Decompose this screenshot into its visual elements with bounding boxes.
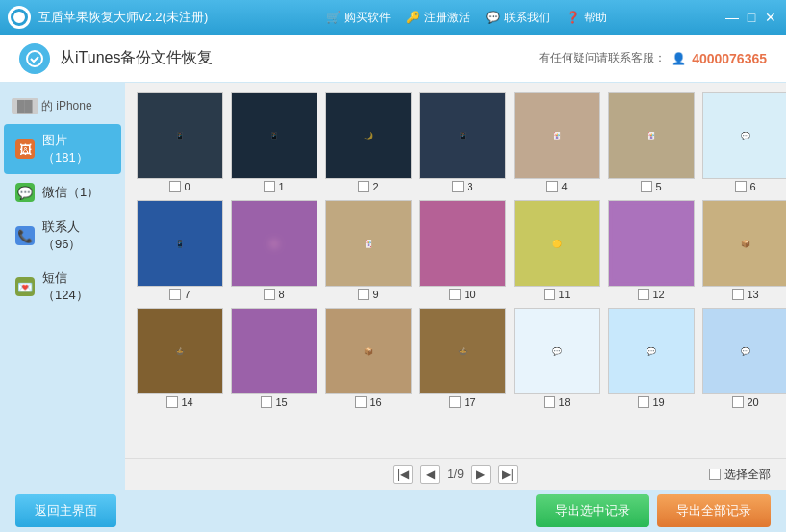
photo-thumb-2[interactable]: 🌙 [325, 92, 412, 179]
photo-thumb-15[interactable] [231, 308, 317, 394]
photo-thumb-11[interactable]: 🟡 [514, 200, 600, 287]
sidebar-item-messages[interactable]: 💌 短信（124） [4, 262, 121, 312]
photo-checkbox-0[interactable] [169, 181, 181, 192]
sidebar-item-contacts[interactable]: 📞 联系人（96） [4, 211, 121, 261]
select-all-checkbox[interactable] [709, 469, 721, 480]
photo-thumb-7[interactable]: 📱 [137, 200, 223, 287]
photo-checkbox-10[interactable] [449, 289, 461, 300]
list-item: 12 [608, 200, 695, 300]
list-item: 🃏 4 [514, 92, 600, 192]
title-left: 互盾苹果恢复大师v2.2(未注册) [8, 6, 208, 29]
photo-checkbox-14[interactable] [166, 396, 178, 408]
photo-thumb-4[interactable]: 🃏 [514, 92, 600, 179]
photo-checkbox-11[interactable] [544, 289, 555, 300]
list-item: 🌙 2 [325, 92, 412, 192]
maximize-button[interactable]: □ [744, 10, 759, 25]
page-info: 1/9 [447, 468, 464, 481]
photo-checkbox-12[interactable] [638, 289, 649, 300]
photo-checkbox-15[interactable] [261, 396, 272, 408]
photo-thumb-14[interactable]: 🍲 [137, 308, 223, 394]
photo-thumb-20[interactable]: 💬 [702, 308, 786, 394]
photo-checkbox-2[interactable] [358, 181, 369, 192]
photo-thumb-6[interactable]: 💬 [702, 92, 786, 179]
sidebar: ██ 的 iPhone 🖼 图片（181） 💬 微信（1） 📞 联系人（96） … [0, 83, 125, 490]
photo-checkbox-20[interactable] [732, 396, 744, 408]
photo-thumb-18[interactable]: 💬 [514, 308, 600, 394]
sidebar-item-photos[interactable]: 🖼 图片（181） [4, 124, 121, 174]
list-item: 🃏 5 [608, 92, 695, 192]
list-item: 🌸 8 [231, 200, 317, 300]
export-all-button[interactable]: 导出全部记录 [657, 494, 771, 527]
header-icon [19, 43, 50, 74]
photo-row-0: 📱 0 📱 1 [137, 92, 774, 192]
photo-thumb-5[interactable]: 🃏 [608, 92, 695, 179]
phone-number: 4000076365 [692, 51, 767, 66]
select-all-label: 选择全部 [724, 467, 771, 483]
sidebar-item-wechat[interactable]: 💬 微信（1） [4, 175, 121, 210]
help-nav[interactable]: ❓ 帮助 [566, 10, 607, 26]
photo-checkbox-18[interactable] [544, 396, 555, 408]
minimize-button[interactable]: — [724, 10, 740, 25]
list-item: 💬 18 [514, 308, 600, 408]
list-item: 📱 7 [137, 200, 223, 300]
list-item: 📱 3 [419, 92, 506, 192]
photo-checkbox-13[interactable] [732, 289, 744, 300]
register-nav[interactable]: 🔑 注册激活 [406, 10, 470, 26]
photo-thumb-13[interactable]: 📦 [702, 200, 786, 287]
select-all-checkbox-group[interactable]: 选择全部 [709, 467, 771, 483]
list-item: 💬 20 [702, 308, 786, 408]
photo-checkbox-4[interactable] [546, 181, 558, 192]
svg-point-0 [27, 51, 42, 66]
back-button[interactable]: 返回主界面 [15, 494, 116, 527]
photo-checkbox-16[interactable] [355, 396, 367, 408]
photo-checkbox-9[interactable] [358, 289, 369, 300]
key-icon: 🔑 [406, 11, 420, 24]
photo-checkbox-6[interactable] [735, 181, 747, 192]
prev-page-button[interactable]: ◀ [420, 465, 440, 484]
photo-checkbox-1[interactable] [264, 181, 275, 192]
last-page-button[interactable]: ▶| [498, 465, 518, 484]
app-logo [8, 6, 31, 29]
list-item: 📱 0 [137, 92, 223, 192]
photo-thumb-16[interactable]: 📦 [325, 308, 412, 394]
help-icon: ❓ [566, 11, 580, 24]
photos-icon: 🖼 [15, 139, 35, 159]
photo-thumb-3[interactable]: 📱 [419, 92, 506, 179]
list-item: 📱 1 [231, 92, 317, 192]
photo-thumb-12[interactable] [608, 200, 695, 287]
contact-nav[interactable]: 💬 联系我们 [486, 10, 550, 26]
footer-buttons: 导出选中记录 导出全部记录 [536, 494, 771, 527]
list-item: 🍲 17 [419, 308, 506, 408]
pagination: |◀ ◀ 1/9 ▶ ▶| 选择全部 [125, 458, 786, 490]
photo-grid: 📱 0 📱 1 [125, 83, 786, 458]
photo-checkbox-8[interactable] [264, 289, 275, 300]
window-controls: — □ ✕ [724, 10, 778, 25]
photo-thumb-8[interactable]: 🌸 [231, 200, 317, 287]
first-page-button[interactable]: |◀ [393, 465, 413, 484]
list-item: 🃏 9 [325, 200, 412, 300]
photo-thumb-17[interactable]: 🍲 [419, 308, 506, 394]
list-item: 15 [231, 308, 317, 408]
footer: 返回主界面 导出选中记录 导出全部记录 [0, 490, 786, 532]
page-title: 从iTunes备份文件恢复 [60, 48, 213, 68]
photo-checkbox-3[interactable] [452, 181, 464, 192]
close-button[interactable]: ✕ [763, 10, 778, 25]
photo-thumb-1[interactable]: 📱 [231, 92, 317, 179]
photo-checkbox-7[interactable] [169, 289, 181, 300]
next-page-button[interactable]: ▶ [471, 465, 491, 484]
photo-thumb-0[interactable]: 📱 [137, 92, 223, 179]
buy-software-nav[interactable]: 🛒 购买软件 [326, 10, 391, 26]
contact-icon: 👤 [672, 52, 686, 65]
photo-checkbox-5[interactable] [641, 181, 652, 192]
main-area: ██ 的 iPhone 🖼 图片（181） 💬 微信（1） 📞 联系人（96） … [0, 83, 786, 490]
photo-checkbox-17[interactable] [449, 396, 461, 408]
header-title-group: 从iTunes备份文件恢复 [19, 43, 213, 74]
photo-thumb-19[interactable]: 💬 [608, 308, 695, 394]
contact-text: 有任何疑问请联系客服： [539, 50, 666, 66]
photo-checkbox-19[interactable] [638, 396, 649, 408]
export-selected-button[interactable]: 导出选中记录 [536, 494, 649, 527]
list-item: 10 [419, 200, 506, 300]
photo-thumb-10[interactable] [419, 200, 506, 287]
photo-thumb-9[interactable]: 🃏 [325, 200, 412, 287]
list-item: 💬 19 [608, 308, 695, 408]
